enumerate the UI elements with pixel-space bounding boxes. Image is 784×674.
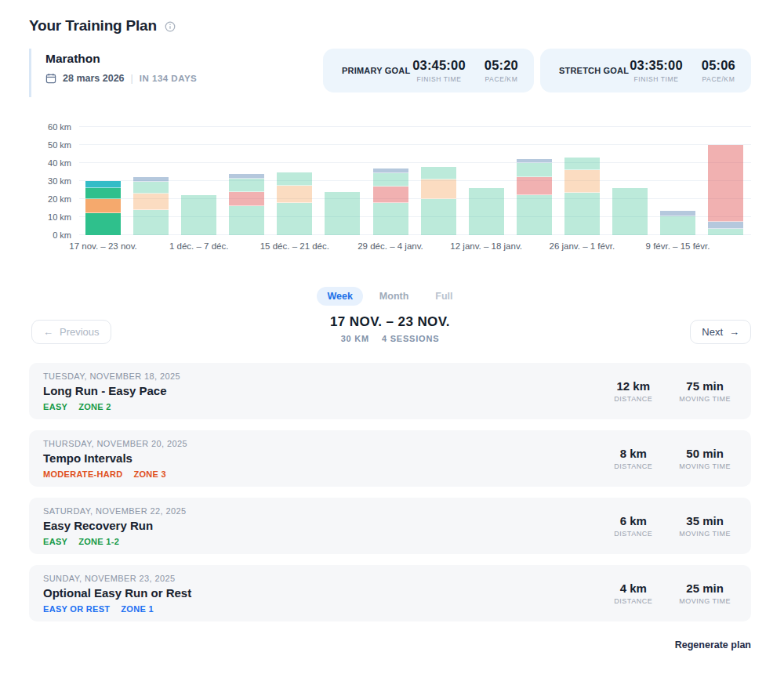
bar-segment-easy <box>229 206 264 235</box>
finish-time-value: 03:35:00 <box>630 58 683 73</box>
session-card[interactable]: THURSDAY, NOVEMBER 20, 2025Tempo Interva… <box>29 430 751 487</box>
session-badge: EASY <box>43 402 67 411</box>
chart-bar-week[interactable]: 9 févr. – 15 févr. <box>654 127 702 235</box>
race-card: Marathon 28 mars 2026 | IN 134 DAYS <box>29 49 197 97</box>
session-info: THURSDAY, NOVEMBER 20, 2025Tempo Interva… <box>43 439 187 479</box>
pace-caption: PACE/KM <box>702 75 735 83</box>
session-badge: ZONE 1 <box>121 604 154 614</box>
bar-segment-easy <box>85 188 121 199</box>
stretch-goal-stats: 03:35:00 FINISH TIME 05:06 PACE/KM <box>630 58 735 83</box>
bar-segment-other <box>85 181 121 188</box>
finish-time-value: 03:45:00 <box>412 58 466 73</box>
chart-bar-week[interactable] <box>606 127 654 235</box>
race-date-separator: | <box>131 73 133 84</box>
chart-bar-week[interactable]: 12 janv. – 18 janv. <box>463 127 510 235</box>
session-distance-caption: DISTANCE <box>614 395 652 403</box>
session-distance-caption: DISTANCE <box>614 530 652 538</box>
chart-bar-week[interactable]: 26 janv. – 1 févr. <box>558 127 606 235</box>
primary-goal-label: PRIMARY GOAL <box>342 66 410 75</box>
x-axis-label: 26 janv. – 1 févr. <box>550 241 615 251</box>
session-card[interactable]: TUESDAY, NOVEMBER 18, 2025Long Run - Eas… <box>29 363 751 419</box>
stacked-bar <box>421 167 456 235</box>
bar-segment-easy <box>133 210 169 235</box>
page-title: Your Training Plan <box>29 17 157 34</box>
toggle-full[interactable]: Full <box>425 287 463 306</box>
bar-segment-easy <box>564 193 600 235</box>
y-axis-tick: 0 km <box>29 231 71 240</box>
stacked-bar <box>612 188 648 235</box>
session-moving-time: 50 minMOVING TIME <box>679 447 731 470</box>
chart-bar-week[interactable] <box>318 127 366 235</box>
previous-label: Previous <box>60 326 100 338</box>
chart-bar-week[interactable]: 29 déc. – 4 janv. <box>366 127 414 235</box>
footer: Regenerate plan <box>29 637 751 651</box>
weekly-volume-chart: 0 km10 km20 km30 km40 km50 km60 km17 nov… <box>29 124 751 255</box>
session-moving-time-value: 50 min <box>679 447 731 460</box>
next-label: Next <box>702 326 723 338</box>
race-date-row: 28 mars 2026 | IN 134 DAYS <box>45 73 197 84</box>
race-countdown: IN 134 DAYS <box>140 74 197 83</box>
y-axis-tick: 30 km <box>29 177 71 186</box>
chart-bar-week[interactable] <box>702 127 750 235</box>
session-moving-time: 35 minMOVING TIME <box>679 514 731 538</box>
stretch-pace: 05:06 PACE/KM <box>702 58 735 83</box>
primary-goal-card: PRIMARY GOAL 03:45:00 FINISH TIME 05:20 … <box>323 49 534 92</box>
session-badge: MODERATE-HARD <box>43 469 122 479</box>
session-stats: 12 kmDISTANCE75 minMOVING TIME <box>614 379 735 403</box>
regenerate-plan-button[interactable]: Regenerate plan <box>675 640 751 650</box>
session-card[interactable]: SATURDAY, NOVEMBER 22, 2025Easy Recovery… <box>29 498 751 554</box>
bar-segment-hard <box>229 192 264 206</box>
race-date: 28 mars 2026 <box>63 73 125 84</box>
race-name: Marathon <box>45 52 197 66</box>
primary-goal-stats: 03:45:00 FINISH TIME 05:20 PACE/KM <box>412 58 518 83</box>
session-date: TUESDAY, NOVEMBER 18, 2025 <box>43 371 180 381</box>
stacked-bar <box>229 174 264 235</box>
session-card[interactable]: SUNDAY, NOVEMBER 23, 2025Optional Easy R… <box>29 565 751 621</box>
previous-week-button[interactable]: ← Previous <box>31 320 111 344</box>
bar-segment-easy <box>517 163 552 177</box>
session-info: TUESDAY, NOVEMBER 18, 2025Long Run - Eas… <box>43 371 180 411</box>
toggle-week[interactable]: Week <box>317 287 362 306</box>
pace-caption: PACE/KM <box>485 75 518 83</box>
session-distance-value: 4 km <box>614 582 652 595</box>
session-title: Easy Recovery Run <box>43 519 187 532</box>
primary-pace: 05:20 PACE/KM <box>485 58 518 83</box>
x-axis-label: 1 déc. – 7 déc. <box>169 241 228 251</box>
next-week-button[interactable]: Next → <box>690 320 751 344</box>
session-badge: ZONE 1-2 <box>78 537 119 546</box>
stacked-bar <box>708 145 743 235</box>
session-title: Tempo Intervals <box>43 451 187 465</box>
bar-segment-moderate <box>85 199 121 213</box>
session-moving-time-caption: MOVING TIME <box>679 597 731 605</box>
bar-segment-moderate <box>133 194 169 210</box>
chart-bar-week[interactable] <box>510 127 558 235</box>
chart-bar-week[interactable]: 15 déc. – 21 déc. <box>270 127 318 235</box>
bar-segment-hard <box>708 145 743 222</box>
toggle-month[interactable]: Month <box>369 287 419 306</box>
chart-bar-week[interactable] <box>223 127 270 235</box>
session-moving-time: 25 minMOVING TIME <box>679 582 731 605</box>
session-badge: ZONE 3 <box>133 469 166 479</box>
chart-bar-week[interactable]: 1 déc. – 7 déc. <box>175 127 223 235</box>
bar-segment-moderate <box>277 186 312 203</box>
x-axis-label: 17 nov. – 23 nov. <box>69 241 137 251</box>
session-distance: 4 kmDISTANCE <box>614 582 652 605</box>
bar-segment-easy <box>277 172 312 186</box>
goal-cards: PRIMARY GOAL 03:45:00 FINISH TIME 05:20 … <box>323 49 751 97</box>
bar-segment-easy <box>421 199 456 235</box>
chart-bar-week[interactable] <box>127 127 175 235</box>
chart-bar-week[interactable]: 17 nov. – 23 nov. <box>79 127 127 235</box>
stacked-bar <box>133 177 169 235</box>
session-badge: ZONE 2 <box>78 402 111 411</box>
bar-segment-hard <box>373 187 408 203</box>
session-distance-value: 8 km <box>614 447 652 460</box>
chart-bar-week[interactable] <box>415 127 463 235</box>
stacked-bar <box>373 168 408 235</box>
info-icon[interactable] <box>165 21 176 32</box>
page-header: Your Training Plan <box>29 17 751 34</box>
y-axis-tick: 40 km <box>29 159 71 168</box>
stacked-bar <box>660 211 695 235</box>
session-distance: 12 kmDISTANCE <box>614 379 652 403</box>
bar-segment-easy <box>373 203 408 235</box>
week-substats: 30 KM 4 SESSIONS <box>29 334 751 343</box>
